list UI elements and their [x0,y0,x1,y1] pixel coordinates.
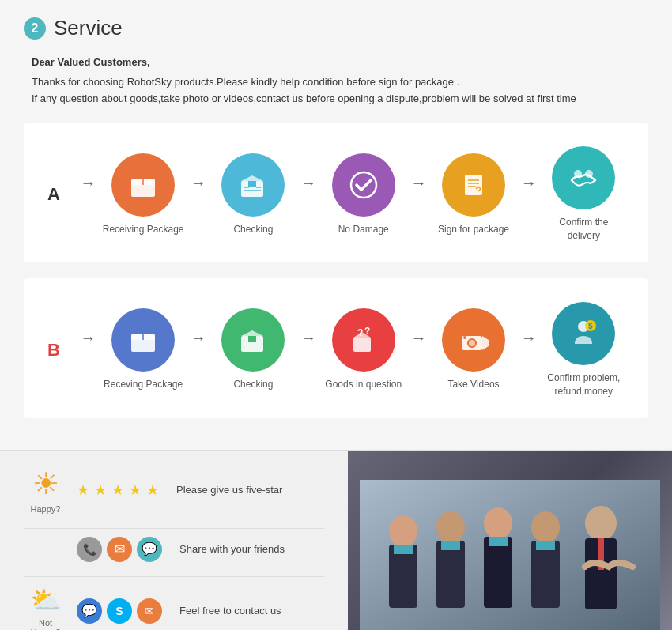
intro-body: Thanks for choosing RobotSky products.Pl… [32,74,648,108]
cloud-icon: ⛅ [30,585,62,615]
svg-marker-5 [241,175,263,181]
flow-item-sign-pkg: Sign for package [432,153,514,236]
svg-rect-43 [441,541,460,550]
arrow-a1: → [191,174,206,216]
happy-label: Happy? [31,504,61,514]
flow-item-recv-pkg-b: Receving Package [102,308,183,391]
svg-point-30 [469,340,475,346]
not-happy-label: Not Happy? [24,618,67,630]
section-number: 2 [24,17,46,40]
flow-item-label-sign-pkg: Sign for package [438,223,509,236]
feedback-icon-col-happy: ☀ Happy? [24,466,67,514]
sun-icon: ☀ [32,466,59,501]
svg-rect-42 [436,541,465,608]
share-icons-row: 📞 ✉ 💬 [77,537,162,562]
flow-row-a: A → Receiving Package → [32,138,640,251]
icon-receiving-package-b [111,308,175,372]
contact-icon-mail: ✉ [137,598,162,624]
flow-section-a: A → Receiving Package → [24,123,648,262]
svg-rect-24 [353,338,371,352]
intro-dear: Dear Valued Customers, [32,55,648,71]
flow-item-label-check-a: Checking [233,223,273,236]
svg-marker-22 [241,330,263,336]
share-text: Share with your friends [179,543,285,555]
flow-label-b: B [47,340,66,360]
svg-rect-11 [465,175,482,195]
icon-receiving-package-a [111,153,175,217]
feedback-row-not-happy: ⛅ Not Happy? 💬 S ✉ Feel free to contact … [24,585,324,630]
star-5: ★ [146,481,159,499]
icon-goods-question: ? ? [332,308,395,372]
arrow-b0: → [80,329,96,371]
arrow-b1: → [191,329,206,371]
star-4: ★ [129,481,142,499]
feedback-icon-col-not-happy: ⛅ Not Happy? [24,585,67,630]
flow-item-label-take-vid: Take Videos [447,378,499,391]
svg-point-50 [585,506,617,541]
intro-text: Dear Valued Customers, Thanks for choosi… [32,55,648,107]
section-title: Service [54,16,123,40]
svg-point-44 [484,507,512,539]
bottom-section: ☀ Happy? ★ ★ ★ ★ ★ Please give us five-s… [0,450,672,630]
svg-rect-23 [248,336,256,342]
contact-icon-1: 💬 [77,598,102,624]
icon-sign-package [442,153,505,217]
flow-item-confirm-prob: $ Confirm problem, refund money [543,302,625,398]
feedback-row-share: 📞 ✉ 💬 Share with your friends [24,537,324,562]
bottom-right-photo [348,451,672,630]
svg-point-16 [585,170,593,178]
flow-item-label-check-b: Checking [233,378,273,391]
svg-rect-49 [536,541,555,550]
flow-item-check-b: Checking [213,308,294,391]
arrow-b2: → [300,329,316,371]
flow-item-label-no-damage: No Damage [338,223,389,236]
flow-item-take-vid: Take Videos [432,308,514,391]
star-3: ★ [111,481,124,499]
flow-item-check-a: Checking [213,153,294,236]
contact-text: Feel free to contact us [179,605,281,617]
service-team-image [348,451,672,630]
flow-label-a: A [47,184,66,205]
arrow-b3: → [410,329,426,371]
svg-text:?: ? [364,326,370,337]
arrow-a0: → [80,174,96,216]
flow-item-label-recv-pkg-b: Receving Package [104,378,183,391]
chat-icon: 💬 [137,537,162,562]
flow-item-no-damage: No Damage [323,153,404,236]
svg-text:?: ? [357,327,363,338]
svg-rect-40 [394,545,413,554]
arrow-a4: → [521,174,537,216]
icon-confirm-problem: $ [552,302,615,365]
stars-row: ★ ★ ★ ★ ★ [77,481,159,499]
icon-take-videos [442,308,505,372]
svg-point-10 [351,172,376,198]
contact-icon-skype: S [107,598,132,624]
svg-rect-45 [484,537,512,608]
svg-text:$: $ [588,322,593,330]
flow-section-b: B → Receving Package → [24,278,648,418]
arrow-a3: → [410,174,426,216]
main-container: 2 Service Dear Valued Customers, Thanks … [0,0,672,450]
bottom-left: ☀ Happy? ★ ★ ★ ★ ★ Please give us five-s… [0,451,348,630]
contact-icons-row: 💬 S ✉ [77,598,162,624]
svg-rect-48 [531,541,560,608]
star-1: ★ [77,481,89,499]
five-star-text: Please give us five-star [176,484,282,496]
icon-no-damage [332,153,395,217]
flow-item-label-goods-q: Goods in question [325,378,402,391]
icon-confirm-delivery [552,146,615,209]
svg-marker-31 [482,336,489,350]
svg-rect-46 [489,537,508,546]
phone-icon: 📞 [77,537,102,562]
flow-row-b: B → Receving Package → [32,294,640,406]
flow-item-label-confirm-prob: Confirm problem, refund money [547,372,620,398]
flow-item-label-confirm-del: Confirm the delivery [543,216,625,243]
arrow-b4: → [521,329,537,371]
star-2: ★ [94,481,107,499]
icon-checking-b [221,308,285,372]
svg-point-15 [574,170,582,178]
arrow-a2: → [300,174,316,216]
feedback-row-happy: ☀ Happy? ★ ★ ★ ★ ★ Please give us five-s… [24,466,324,514]
svg-point-38 [389,515,417,547]
section-header: 2 Service [24,16,648,40]
